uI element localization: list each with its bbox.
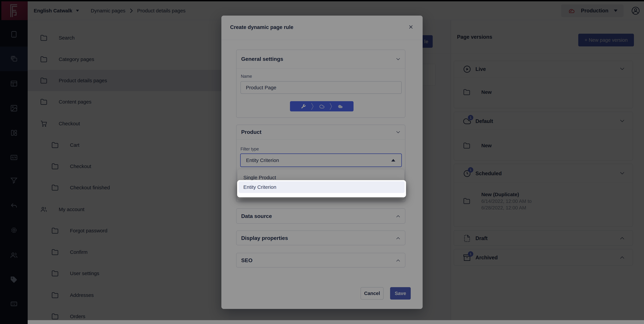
app-root: English Catwalk Dynamic pages Product de… xyxy=(0,0,644,324)
dropdown-spotlight: Entity Criterion xyxy=(237,180,406,197)
spotlight-dim-overlay xyxy=(0,0,644,324)
option-entity-criterion[interactable]: Entity Criterion xyxy=(238,181,405,193)
